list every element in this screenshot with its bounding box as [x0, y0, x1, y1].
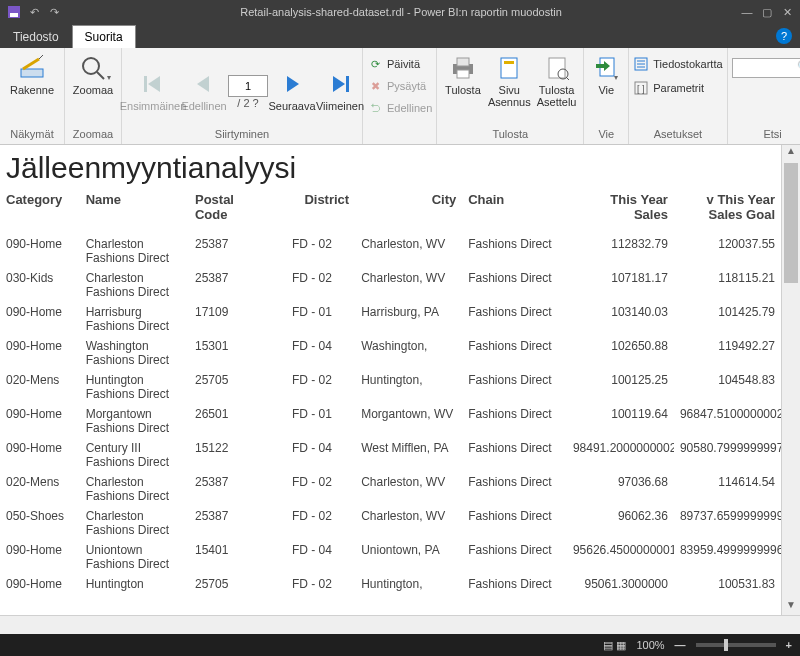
print-layout-button[interactable]: Tulosta Asettelu	[534, 50, 579, 108]
table-cell: 98491.2000000002	[567, 438, 674, 472]
column-header[interactable]: Name	[80, 189, 189, 234]
zoom-in-button[interactable]: +	[786, 639, 792, 651]
report-area: Jälleenmyyntianalyysi CategoryNamePostal…	[0, 145, 800, 615]
table-cell: Washington Fashions Direct	[80, 336, 189, 370]
table-cell: Harrisburg Fashions Direct	[80, 302, 189, 336]
stop-button[interactable]: ✖Pysäytä	[367, 76, 426, 96]
scroll-up-icon[interactable]: ▲	[782, 145, 800, 161]
table-row[interactable]: 090-HomeHuntington25705FD - 02Huntington…	[0, 574, 781, 594]
table-cell: 119492.27	[674, 336, 781, 370]
column-header[interactable]: Chain	[462, 189, 567, 234]
table-row[interactable]: 090-HomeCentury III Fashions Direct15122…	[0, 438, 781, 472]
table-cell: FD - 04	[269, 540, 356, 574]
scroll-down-icon[interactable]: ▼	[782, 599, 800, 615]
view-mode-icon[interactable]: ▤ ▦	[603, 639, 626, 652]
column-header[interactable]: City	[355, 189, 462, 234]
table-cell: 25387	[189, 506, 269, 540]
page-of-label: / 2 ?	[237, 97, 258, 109]
table-row[interactable]: 090-HomeHarrisburg Fashions Direct17109F…	[0, 302, 781, 336]
svg-rect-5	[144, 76, 147, 92]
maximize-icon[interactable]: ▢	[760, 5, 774, 19]
column-header[interactable]: Category	[0, 189, 80, 234]
report-table: CategoryNamePostal CodeDistrictCityChain…	[0, 189, 781, 594]
table-cell: Huntington Fashions Direct	[80, 370, 189, 404]
table-row[interactable]: 090-HomeCharleston Fashions Direct25387F…	[0, 234, 781, 268]
save-icon[interactable]	[6, 4, 22, 20]
table-cell: 020-Mens	[0, 472, 80, 506]
table-cell: Harrisburg, PA	[355, 302, 462, 336]
column-header[interactable]: District	[269, 189, 356, 234]
design-icon	[18, 54, 46, 82]
table-cell: Morgantown, WV	[355, 404, 462, 438]
table-cell: 112832.79	[567, 234, 674, 268]
docmap-button[interactable]: Tiedostokartta	[633, 54, 722, 74]
parameters-button[interactable]: [ ]Parametrit	[633, 78, 704, 98]
table-row[interactable]: 050-ShoesCharleston Fashions Direct25387…	[0, 506, 781, 540]
table-cell: 090-Home	[0, 540, 80, 574]
table-cell: 15401	[189, 540, 269, 574]
vertical-scrollbar[interactable]: ▲ ▼	[781, 145, 800, 615]
previous-page-button[interactable]: Edellinen	[182, 66, 226, 112]
title-bar: ↶ ↷ Retail-analysis-shared-dataset.rdl -…	[0, 0, 800, 24]
table-row[interactable]: 090-HomeWashington Fashions Direct15301F…	[0, 336, 781, 370]
table-cell: 95626.4500000001	[567, 540, 674, 574]
table-cell: 100125.25	[567, 370, 674, 404]
table-cell: FD - 02	[269, 370, 356, 404]
find-input[interactable]	[732, 58, 800, 78]
table-cell: FD - 01	[269, 302, 356, 336]
table-cell: Fashions Direct	[462, 302, 567, 336]
print-button[interactable]: Tulosta	[441, 50, 484, 96]
scroll-thumb[interactable]	[784, 163, 798, 283]
table-cell: Charleston, WV	[355, 472, 462, 506]
table-cell: 090-Home	[0, 438, 80, 472]
last-page-button[interactable]: Viimeinen	[316, 66, 364, 112]
table-cell: 25387	[189, 234, 269, 268]
column-header[interactable]: Postal Code	[189, 189, 269, 234]
table-cell: Charleston Fashions Direct	[80, 506, 189, 540]
column-header[interactable]: This Year Sales	[567, 189, 674, 234]
redo-icon[interactable]: ↷	[46, 4, 62, 20]
tab-run[interactable]: Suorita	[72, 25, 136, 48]
table-cell: 15122	[189, 438, 269, 472]
svg-rect-8	[457, 58, 469, 66]
next-page-button[interactable]: Seuraava	[270, 66, 314, 112]
table-cell: Huntington	[80, 574, 189, 594]
back-button[interactable]: ⮌Edellinen	[367, 98, 432, 118]
zoom-button[interactable]: Zoomaa▾	[69, 50, 117, 96]
table-row[interactable]: 090-HomeMorgantown Fashions Direct26501F…	[0, 404, 781, 438]
close-icon[interactable]: ✕	[780, 5, 794, 19]
current-page-input[interactable]	[228, 75, 268, 97]
column-header[interactable]: v This Year Sales Goal	[674, 189, 781, 234]
table-row[interactable]: 090-HomeUniontown Fashions Direct15401FD…	[0, 540, 781, 574]
tab-file[interactable]: Tiedosto	[0, 25, 72, 48]
zoom-slider[interactable]	[696, 643, 776, 647]
minimize-icon[interactable]: —	[740, 5, 754, 19]
back-icon: ⮌	[367, 100, 383, 116]
docmap-icon	[633, 56, 649, 72]
horizontal-scrollbar[interactable]	[0, 615, 800, 634]
design-button[interactable]: Rakenne	[4, 50, 60, 96]
table-cell: 090-Home	[0, 336, 80, 370]
table-row[interactable]: 030-KidsCharleston Fashions Direct25387F…	[0, 268, 781, 302]
first-page-button[interactable]: Ensimmäinen	[126, 66, 180, 112]
page-setup-button[interactable]: Sivu Asennus	[487, 50, 532, 108]
first-page-icon	[139, 70, 167, 98]
export-button[interactable]: Vie▾	[588, 50, 624, 96]
help-icon[interactable]: ?	[776, 28, 792, 44]
table-cell: 25387	[189, 268, 269, 302]
table-cell: Charleston Fashions Direct	[80, 268, 189, 302]
table-cell: 090-Home	[0, 234, 80, 268]
table-row[interactable]: 020-MensHuntington Fashions Direct25705F…	[0, 370, 781, 404]
table-cell: 15301	[189, 336, 269, 370]
window-title: Retail-analysis-shared-dataset.rdl - Pow…	[62, 6, 740, 18]
undo-icon[interactable]: ↶	[26, 4, 42, 20]
table-cell: 100531.83	[674, 574, 781, 594]
parameters-icon: [ ]	[633, 80, 649, 96]
table-cell: Century III Fashions Direct	[80, 438, 189, 472]
print-layout-icon	[543, 54, 571, 82]
table-row[interactable]: 020-MensCharleston Fashions Direct25387F…	[0, 472, 781, 506]
svg-rect-9	[457, 70, 469, 78]
zoom-out-button[interactable]: —	[675, 639, 686, 651]
refresh-button[interactable]: ⟳Päivitä	[367, 54, 420, 74]
table-cell: 090-Home	[0, 404, 80, 438]
